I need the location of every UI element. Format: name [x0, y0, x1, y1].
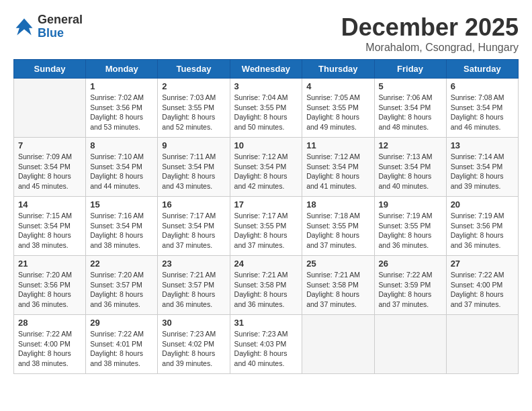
day-info: Sunrise: 7:15 AM Sunset: 3:54 PM Dayligh… [18, 211, 81, 250]
calendar-cell: 9Sunrise: 7:11 AM Sunset: 3:54 PM Daylig… [158, 138, 230, 197]
day-number: 19 [379, 199, 442, 210]
calendar-cell: 10Sunrise: 7:12 AM Sunset: 3:54 PM Dayli… [230, 138, 302, 197]
calendar-cell: 1Sunrise: 7:02 AM Sunset: 3:56 PM Daylig… [86, 79, 158, 138]
calendar-cell: 8Sunrise: 7:10 AM Sunset: 3:54 PM Daylig… [86, 138, 158, 197]
weekday-header-cell: Sunday [14, 60, 86, 79]
calendar-week-row: 14Sunrise: 7:15 AM Sunset: 3:54 PM Dayli… [14, 197, 519, 256]
calendar-cell: 17Sunrise: 7:17 AM Sunset: 3:55 PM Dayli… [230, 197, 302, 256]
calendar-cell: 5Sunrise: 7:06 AM Sunset: 3:54 PM Daylig… [374, 79, 446, 138]
day-number: 27 [451, 259, 514, 269]
day-info: Sunrise: 7:14 AM Sunset: 3:54 PM Dayligh… [451, 152, 514, 191]
calendar-cell: 11Sunrise: 7:12 AM Sunset: 3:54 PM Dayli… [302, 138, 374, 197]
day-info: Sunrise: 7:22 AM Sunset: 4:00 PM Dayligh… [451, 270, 514, 310]
day-info: Sunrise: 7:23 AM Sunset: 4:02 PM Dayligh… [162, 329, 225, 369]
day-number: 28 [18, 318, 81, 328]
calendar-cell: 3Sunrise: 7:04 AM Sunset: 3:55 PM Daylig… [230, 79, 302, 138]
day-number: 5 [379, 81, 442, 91]
calendar-cell [446, 315, 518, 374]
day-info: Sunrise: 7:22 AM Sunset: 4:00 PM Dayligh… [18, 329, 81, 369]
calendar-body: 1Sunrise: 7:02 AM Sunset: 3:56 PM Daylig… [14, 79, 519, 374]
day-number: 17 [234, 199, 298, 210]
day-number: 25 [306, 259, 369, 269]
day-info: Sunrise: 7:10 AM Sunset: 3:54 PM Dayligh… [90, 152, 153, 191]
calendar-cell: 29Sunrise: 7:22 AM Sunset: 4:01 PM Dayli… [86, 315, 158, 374]
day-info: Sunrise: 7:22 AM Sunset: 4:01 PM Dayligh… [90, 329, 153, 369]
day-info: Sunrise: 7:05 AM Sunset: 3:55 PM Dayligh… [306, 93, 369, 132]
day-info: Sunrise: 7:13 AM Sunset: 3:54 PM Dayligh… [379, 152, 442, 191]
logo-blue: Blue [38, 27, 83, 40]
day-info: Sunrise: 7:21 AM Sunset: 3:58 PM Dayligh… [234, 270, 298, 310]
calendar-cell: 15Sunrise: 7:16 AM Sunset: 3:54 PM Dayli… [86, 197, 158, 256]
day-number: 21 [18, 259, 81, 269]
calendar-cell: 28Sunrise: 7:22 AM Sunset: 4:00 PM Dayli… [14, 315, 86, 374]
day-info: Sunrise: 7:22 AM Sunset: 3:59 PM Dayligh… [379, 270, 442, 310]
day-info: Sunrise: 7:20 AM Sunset: 3:56 PM Dayligh… [18, 270, 81, 310]
day-number: 15 [90, 199, 153, 210]
svg-marker-0 [16, 18, 33, 35]
calendar-table: SundayMondayTuesdayWednesdayThursdayFrid… [13, 59, 519, 374]
day-info: Sunrise: 7:19 AM Sunset: 3:56 PM Dayligh… [451, 211, 514, 250]
calendar-cell [302, 315, 374, 374]
day-number: 24 [234, 259, 298, 269]
day-number: 16 [162, 199, 225, 210]
day-info: Sunrise: 7:23 AM Sunset: 4:03 PM Dayligh… [234, 329, 298, 369]
day-number: 7 [18, 140, 81, 150]
calendar-cell: 7Sunrise: 7:09 AM Sunset: 3:54 PM Daylig… [14, 138, 86, 197]
calendar-cell: 22Sunrise: 7:20 AM Sunset: 3:57 PM Dayli… [86, 256, 158, 315]
day-number: 20 [451, 199, 514, 210]
day-number: 11 [306, 140, 369, 150]
day-number: 26 [379, 259, 442, 269]
day-info: Sunrise: 7:08 AM Sunset: 3:54 PM Dayligh… [451, 93, 514, 132]
day-number: 29 [90, 318, 153, 328]
calendar-cell: 14Sunrise: 7:15 AM Sunset: 3:54 PM Dayli… [14, 197, 86, 256]
day-number: 9 [162, 140, 225, 150]
day-info: Sunrise: 7:16 AM Sunset: 3:54 PM Dayligh… [90, 211, 153, 250]
calendar-cell: 19Sunrise: 7:19 AM Sunset: 3:55 PM Dayli… [374, 197, 446, 256]
calendar-cell: 4Sunrise: 7:05 AM Sunset: 3:55 PM Daylig… [302, 79, 374, 138]
day-info: Sunrise: 7:02 AM Sunset: 3:56 PM Dayligh… [90, 93, 153, 132]
weekday-header-row: SundayMondayTuesdayWednesdayThursdayFrid… [14, 60, 519, 79]
day-info: Sunrise: 7:06 AM Sunset: 3:54 PM Dayligh… [379, 93, 442, 132]
day-number: 23 [162, 259, 225, 269]
day-info: Sunrise: 7:21 AM Sunset: 3:57 PM Dayligh… [162, 270, 225, 310]
logo-icon [13, 16, 35, 38]
calendar-cell: 25Sunrise: 7:21 AM Sunset: 3:58 PM Dayli… [302, 256, 374, 315]
calendar-cell: 21Sunrise: 7:20 AM Sunset: 3:56 PM Dayli… [14, 256, 86, 315]
day-number: 3 [234, 81, 298, 91]
calendar-cell: 31Sunrise: 7:23 AM Sunset: 4:03 PM Dayli… [230, 315, 302, 374]
day-info: Sunrise: 7:17 AM Sunset: 3:54 PM Dayligh… [162, 211, 225, 250]
calendar-cell: 23Sunrise: 7:21 AM Sunset: 3:57 PM Dayli… [158, 256, 230, 315]
day-info: Sunrise: 7:12 AM Sunset: 3:54 PM Dayligh… [234, 152, 298, 191]
weekday-header-cell: Wednesday [230, 60, 302, 79]
calendar-cell: 13Sunrise: 7:14 AM Sunset: 3:54 PM Dayli… [446, 138, 518, 197]
weekday-header-cell: Monday [86, 60, 158, 79]
day-number: 31 [234, 318, 298, 328]
month-title: December 2025 [341, 13, 519, 42]
day-info: Sunrise: 7:09 AM Sunset: 3:54 PM Dayligh… [18, 152, 81, 191]
day-info: Sunrise: 7:17 AM Sunset: 3:55 PM Dayligh… [234, 211, 298, 250]
logo-text: General Blue [38, 13, 83, 40]
day-number: 1 [90, 81, 153, 91]
day-number: 4 [306, 81, 369, 91]
day-number: 12 [379, 140, 442, 150]
weekday-header-cell: Friday [374, 60, 446, 79]
calendar-week-row: 1Sunrise: 7:02 AM Sunset: 3:56 PM Daylig… [14, 79, 519, 138]
day-info: Sunrise: 7:19 AM Sunset: 3:55 PM Dayligh… [379, 211, 442, 250]
calendar-week-row: 7Sunrise: 7:09 AM Sunset: 3:54 PM Daylig… [14, 138, 519, 197]
weekday-header-cell: Saturday [446, 60, 518, 79]
weekday-header-cell: Thursday [302, 60, 374, 79]
calendar-week-row: 28Sunrise: 7:22 AM Sunset: 4:00 PM Dayli… [14, 315, 519, 374]
calendar-cell [14, 79, 86, 138]
calendar-cell: 27Sunrise: 7:22 AM Sunset: 4:00 PM Dayli… [446, 256, 518, 315]
calendar-cell: 6Sunrise: 7:08 AM Sunset: 3:54 PM Daylig… [446, 79, 518, 138]
day-number: 6 [451, 81, 514, 91]
day-info: Sunrise: 7:11 AM Sunset: 3:54 PM Dayligh… [162, 152, 225, 191]
calendar-cell: 24Sunrise: 7:21 AM Sunset: 3:58 PM Dayli… [230, 256, 302, 315]
day-number: 10 [234, 140, 298, 150]
logo: General Blue [13, 13, 83, 40]
title-section: December 2025 Morahalom, Csongrad, Hunga… [341, 13, 519, 54]
calendar-cell: 26Sunrise: 7:22 AM Sunset: 3:59 PM Dayli… [374, 256, 446, 315]
day-info: Sunrise: 7:21 AM Sunset: 3:58 PM Dayligh… [306, 270, 369, 310]
day-info: Sunrise: 7:18 AM Sunset: 3:55 PM Dayligh… [306, 211, 369, 250]
day-number: 14 [18, 199, 81, 210]
